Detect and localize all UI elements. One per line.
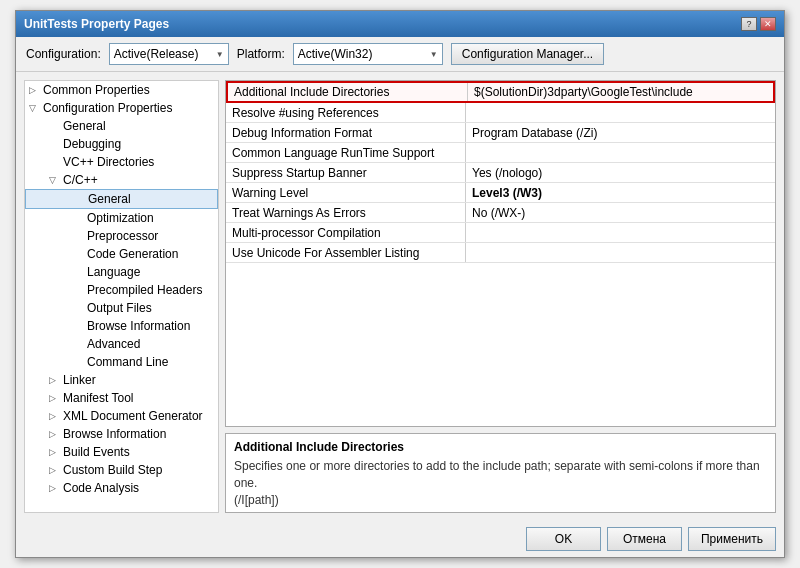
tree-label-code-analysis: Code Analysis <box>63 481 139 495</box>
dialog-title: UnitTests Property Pages <box>24 17 169 31</box>
description-panel: Additional Include Directories Specifies… <box>225 433 776 513</box>
prop-row-suppress-banner[interactable]: Suppress Startup BannerYes (/nologo) <box>226 163 775 183</box>
right-panel: Additional Include Directories$(Solution… <box>225 80 776 513</box>
tree-arrow-cpp: ▽ <box>49 175 63 185</box>
prop-name-add-include: Additional Include Directories <box>228 83 468 101</box>
tree-label-advanced: Advanced <box>87 337 140 351</box>
tree-item-vc-dirs[interactable]: VC++ Directories <box>25 153 218 171</box>
description-text: Specifies one or more directories to add… <box>234 458 767 508</box>
tree-arrow-config-props: ▽ <box>29 103 43 113</box>
prop-value-debug-format: Program Database (/Zi) <box>466 123 775 142</box>
tree-item-code-analysis[interactable]: ▷Code Analysis <box>25 479 218 497</box>
tree-arrow-build-events: ▷ <box>49 447 63 457</box>
tree-item-precompiled-headers[interactable]: Precompiled Headers <box>25 281 218 299</box>
prop-name-debug-format: Debug Information Format <box>226 123 466 142</box>
toolbar-row: Configuration: Active(Release) ▼ Platfor… <box>16 37 784 72</box>
tree-item-language[interactable]: Language <box>25 263 218 281</box>
tree-item-general[interactable]: General <box>25 117 218 135</box>
prop-value-treat-warnings: No (/WX-) <box>466 203 775 222</box>
config-manager-button[interactable]: Configuration Manager... <box>451 43 604 65</box>
prop-row-debug-format[interactable]: Debug Information FormatProgram Database… <box>226 123 775 143</box>
tree-item-command-line[interactable]: Command Line <box>25 353 218 371</box>
property-pages-dialog: UnitTests Property Pages ? ✕ Configurati… <box>15 10 785 558</box>
platform-dropdown[interactable]: Active(Win32) ▼ <box>293 43 443 65</box>
help-button[interactable]: ? <box>741 17 757 31</box>
tree-label-cpp: C/C++ <box>63 173 98 187</box>
prop-row-warning-level[interactable]: Warning LevelLevel3 (/W3) <box>226 183 775 203</box>
prop-name-clr-support: Common Language RunTime Support <box>226 143 466 162</box>
tree-item-output-files[interactable]: Output Files <box>25 299 218 317</box>
tree-label-code-generation: Code Generation <box>87 247 178 261</box>
platform-label: Platform: <box>237 47 285 61</box>
tree-arrow-linker: ▷ <box>49 375 63 385</box>
prop-value-unicode-assembler <box>466 243 775 262</box>
prop-row-resolve-using[interactable]: Resolve #using References <box>226 103 775 123</box>
tree-panel: ▷Common Properties▽Configuration Propert… <box>24 80 219 513</box>
apply-button[interactable]: Применить <box>688 527 776 551</box>
close-button[interactable]: ✕ <box>760 17 776 31</box>
tree-item-manifest-tool[interactable]: ▷Manifest Tool <box>25 389 218 407</box>
tree-item-build-events[interactable]: ▷Build Events <box>25 443 218 461</box>
config-dropdown-arrow: ▼ <box>216 50 224 59</box>
tree-label-browse-info2: Browse Information <box>63 427 166 441</box>
bottom-buttons: OK Отмена Применить <box>16 521 784 557</box>
tree-item-cpp-general[interactable]: General <box>25 189 218 209</box>
tree-label-build-events: Build Events <box>63 445 130 459</box>
tree-label-optimization: Optimization <box>87 211 154 225</box>
tree-label-preprocessor: Preprocessor <box>87 229 158 243</box>
tree-label-custom-build: Custom Build Step <box>63 463 162 477</box>
tree-label-config-props: Configuration Properties <box>43 101 172 115</box>
title-bar-buttons: ? ✕ <box>741 17 776 31</box>
prop-value-multiprocessor <box>466 223 775 242</box>
tree-label-general: General <box>63 119 106 133</box>
prop-row-multiprocessor[interactable]: Multi-processor Compilation <box>226 223 775 243</box>
tree-label-common-props: Common Properties <box>43 83 150 97</box>
tree-item-code-generation[interactable]: Code Generation <box>25 245 218 263</box>
tree-label-browse-info: Browse Information <box>87 319 190 333</box>
prop-row-clr-support[interactable]: Common Language RunTime Support <box>226 143 775 163</box>
tree-label-manifest-tool: Manifest Tool <box>63 391 133 405</box>
properties-table: Additional Include Directories$(Solution… <box>225 80 776 427</box>
prop-value-suppress-banner: Yes (/nologo) <box>466 163 775 182</box>
tree-arrow-manifest-tool: ▷ <box>49 393 63 403</box>
prop-name-resolve-using: Resolve #using References <box>226 103 466 122</box>
tree-item-optimization[interactable]: Optimization <box>25 209 218 227</box>
tree-item-preprocessor[interactable]: Preprocessor <box>25 227 218 245</box>
prop-row-unicode-assembler[interactable]: Use Unicode For Assembler Listing <box>226 243 775 263</box>
tree-item-browse-info2[interactable]: ▷Browse Information <box>25 425 218 443</box>
tree-item-debugging[interactable]: Debugging <box>25 135 218 153</box>
tree-item-cpp[interactable]: ▽C/C++ <box>25 171 218 189</box>
tree-arrow-common-props: ▷ <box>29 85 43 95</box>
tree-item-browse-info[interactable]: Browse Information <box>25 317 218 335</box>
tree-arrow-code-analysis: ▷ <box>49 483 63 493</box>
prop-row-add-include[interactable]: Additional Include Directories$(Solution… <box>226 81 775 103</box>
prop-value-clr-support <box>466 143 775 162</box>
config-label: Configuration: <box>26 47 101 61</box>
prop-row-treat-warnings[interactable]: Treat Warnings As ErrorsNo (/WX-) <box>226 203 775 223</box>
tree-item-xml-doc[interactable]: ▷XML Document Generator <box>25 407 218 425</box>
tree-item-custom-build[interactable]: ▷Custom Build Step <box>25 461 218 479</box>
prop-name-treat-warnings: Treat Warnings As Errors <box>226 203 466 222</box>
prop-value-warning-level: Level3 (/W3) <box>466 183 775 202</box>
tree-item-linker[interactable]: ▷Linker <box>25 371 218 389</box>
prop-value-resolve-using <box>466 103 775 122</box>
description-title: Additional Include Directories <box>234 440 767 454</box>
cancel-button[interactable]: Отмена <box>607 527 682 551</box>
platform-dropdown-arrow: ▼ <box>430 50 438 59</box>
prop-name-multiprocessor: Multi-processor Compilation <box>226 223 466 242</box>
prop-name-unicode-assembler: Use Unicode For Assembler Listing <box>226 243 466 262</box>
tree-arrow-xml-doc: ▷ <box>49 411 63 421</box>
tree-item-advanced[interactable]: Advanced <box>25 335 218 353</box>
tree-arrow-custom-build: ▷ <box>49 465 63 475</box>
prop-value-add-include: $(SolutionDir)3dparty\GoogleTest\include <box>468 83 773 101</box>
ok-button[interactable]: OK <box>526 527 601 551</box>
tree-item-common-props[interactable]: ▷Common Properties <box>25 81 218 99</box>
tree-label-command-line: Command Line <box>87 355 168 369</box>
config-dropdown[interactable]: Active(Release) ▼ <box>109 43 229 65</box>
prop-name-warning-level: Warning Level <box>226 183 466 202</box>
tree-arrow-browse-info2: ▷ <box>49 429 63 439</box>
prop-name-suppress-banner: Suppress Startup Banner <box>226 163 466 182</box>
tree-item-config-props[interactable]: ▽Configuration Properties <box>25 99 218 117</box>
main-content: ▷Common Properties▽Configuration Propert… <box>16 72 784 521</box>
title-bar: UnitTests Property Pages ? ✕ <box>16 11 784 37</box>
